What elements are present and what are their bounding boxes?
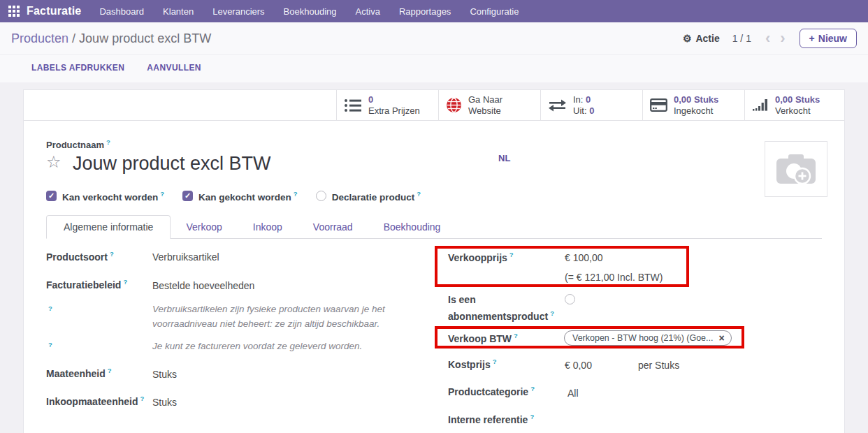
inkoopmaateenheid-value[interactable]: Stuks <box>152 397 177 408</box>
verkoopprijs-label: Verkoopprijs? <box>448 251 514 263</box>
checked-checkbox-icon: ✓ <box>46 191 57 201</box>
breadcrumb-parent[interactable]: Producten <box>11 31 68 45</box>
transfer-arrows-icon <box>548 98 567 112</box>
moves-out-label: Uit: <box>573 105 587 116</box>
tab-algemene-informatie[interactable]: Algemene informatie <box>46 215 171 239</box>
nav-item-dashboard[interactable]: Dashboard <box>99 6 144 17</box>
facturatiebeleid-value[interactable]: Bestelde hoeveelheden <box>152 280 254 291</box>
productcategorie-label: Productcategorie? <box>448 385 535 397</box>
stat-button-bar: 0 Extra Prijzen Ga Naar Website In: 0 Ui… <box>24 90 844 121</box>
maateenheid-label: Maateenheid? <box>46 367 112 379</box>
moves-out-value: 0 <box>589 105 594 116</box>
record-pager: 1 / 1 <box>732 33 751 44</box>
stat-button-purchased[interactable]: 0,00 Stuks Ingekocht <box>642 90 744 120</box>
abonnement-checkbox[interactable] <box>565 294 575 304</box>
globe-icon <box>446 97 462 113</box>
moves-in-label: In: <box>573 94 583 105</box>
remove-tag-icon[interactable]: × <box>718 333 724 343</box>
stat-button-product-moves[interactable]: In: 0 Uit: 0 <box>540 90 642 120</box>
checkbox-kan-verkocht-worden[interactable]: ✓ Kan verkocht worden? <box>46 190 164 203</box>
bar-chart-icon <box>752 98 769 112</box>
product-type-note: Verbruiksartikelen zijn fysieke producte… <box>152 302 390 331</box>
purchased-label: Ingekocht <box>674 105 713 116</box>
kostprijs-value[interactable]: € 0,00 <box>565 360 592 371</box>
nav-item-rapportages[interactable]: Rapportages <box>399 6 451 17</box>
control-panel: Producten / Jouw product excl BTW ⚙ Acti… <box>0 22 868 82</box>
extra-prices-label: Extra Prijzen <box>368 105 420 116</box>
product-image-upload[interactable] <box>765 141 827 197</box>
nav-menu: Dashboard Klanten Leveranciers Boekhoudi… <box>99 6 519 17</box>
nav-item-leveranciers[interactable]: Leveranciers <box>212 6 264 17</box>
btw-tag-text: Verkopen - BTW hoog (21%) (Goe... <box>572 333 713 343</box>
plus-icon: + <box>809 33 815 44</box>
abonnement-label: Is een abonnementsproduct? <box>448 293 554 323</box>
maateenheid-value[interactable]: Stuks <box>152 369 177 380</box>
tab-boekhouding[interactable]: Boekhouding <box>368 216 456 238</box>
tab-voorraad[interactable]: Voorraad <box>298 216 368 238</box>
purchased-value: 0,00 Stuks <box>674 94 718 105</box>
enrich-button[interactable]: AANVULLEN <box>147 63 201 73</box>
top-navbar: Facturatie Dashboard Klanten Leverancier… <box>0 0 868 22</box>
help-marker: ? <box>48 304 52 312</box>
moves-in-value: 0 <box>586 94 591 105</box>
sold-label: Verkocht <box>775 105 811 116</box>
stat-button-extra-prices[interactable]: 0 Extra Prijzen <box>336 90 438 120</box>
verkoop-btw-label: Verkoop BTW? <box>448 332 518 344</box>
nav-item-activa[interactable]: Activa <box>356 6 380 17</box>
invoicing-note: Je kunt ze factureren voordat ze gelever… <box>152 339 404 353</box>
tab-inkoop[interactable]: Inkoop <box>238 216 298 238</box>
product-form-sheet: 0 Extra Prijzen Ga Naar Website In: 0 Ui… <box>23 89 845 433</box>
verkoopprijs-incl-btw: (= € 121,00 Incl. BTW) <box>565 272 663 283</box>
nav-item-klanten[interactable]: Klanten <box>163 6 194 17</box>
kostprijs-unit: per Stuks <box>638 360 679 371</box>
action-menu-button[interactable]: ⚙ Actie <box>683 33 720 44</box>
productcategorie-value[interactable]: All <box>567 388 579 399</box>
stat-button-go-to-website[interactable]: Ga Naar Website <box>438 90 540 120</box>
facturatiebeleid-label: Facturatiebeleid? <box>46 278 127 291</box>
print-labels-button[interactable]: LABELS AFDRUKKEN <box>31 63 124 73</box>
nav-item-configuratie[interactable]: Configuratie <box>470 6 519 17</box>
list-icon <box>344 98 362 113</box>
checked-checkbox-icon: ✓ <box>182 191 193 201</box>
stat-button-sold[interactable]: 0,00 Stuks Verkocht <box>744 90 844 120</box>
empty-checkbox-icon <box>316 191 326 201</box>
help-marker: ? <box>48 341 52 348</box>
tab-verkoop[interactable]: Verkoop <box>171 216 237 238</box>
pager-previous-icon[interactable]: ‹ <box>764 32 772 45</box>
app-title[interactable]: Facturatie <box>27 5 81 17</box>
breadcrumb-separator: / <box>72 31 79 45</box>
apps-grid-icon[interactable] <box>8 6 20 17</box>
notebook-tabs: Algemene informatie Verkoop Inkoop Voorr… <box>46 214 822 239</box>
extra-prices-count: 0 <box>368 94 420 105</box>
verkoopprijs-value[interactable]: € 100,00 <box>565 252 603 263</box>
breadcrumb-current: Jouw product excl BTW <box>79 31 211 45</box>
website-label-line1: Ga Naar <box>468 94 502 105</box>
credit-card-icon <box>650 98 667 112</box>
favorite-star-icon[interactable]: ☆ <box>46 152 62 172</box>
productsoort-value[interactable]: Verbruiksartikel <box>152 251 219 263</box>
productsoort-label: Productsoort? <box>46 250 114 263</box>
product-name-input[interactable]: Jouw product excl BTW <box>73 153 271 175</box>
btw-tag[interactable]: Verkopen - BTW hoog (21%) (Goe... × <box>564 330 732 346</box>
gear-icon: ⚙ <box>683 33 692 44</box>
product-flags: ✓ Kan verkocht worden? ✓ Kan gekocht wor… <box>46 190 421 203</box>
product-name-label: Productnaam? <box>46 138 110 150</box>
camera-plus-icon <box>774 151 818 187</box>
translation-badge[interactable]: NL <box>498 153 510 163</box>
nav-item-boekhouding[interactable]: Boekhouding <box>284 6 337 17</box>
inkoopmaateenheid-label: Inkoopmaateenheid? <box>46 395 144 407</box>
website-label-line2: Website <box>468 105 501 116</box>
pager-next-icon[interactable]: › <box>779 32 786 45</box>
sold-value: 0,00 Stuks <box>775 94 820 105</box>
checkbox-kan-gekocht-worden[interactable]: ✓ Kan gekocht worden? <box>182 190 298 203</box>
help-marker: ? <box>106 138 110 146</box>
breadcrumb: Producten / Jouw product excl BTW <box>11 31 211 46</box>
checkbox-declaratie-product[interactable]: Declaratie product? <box>316 190 421 203</box>
kostprijs-label: Kostprijs? <box>448 358 497 370</box>
interne-referentie-label: Interne referentie? <box>448 413 534 425</box>
action-label: Actie <box>695 33 719 44</box>
new-record-button[interactable]: +Nieuw <box>800 29 857 48</box>
